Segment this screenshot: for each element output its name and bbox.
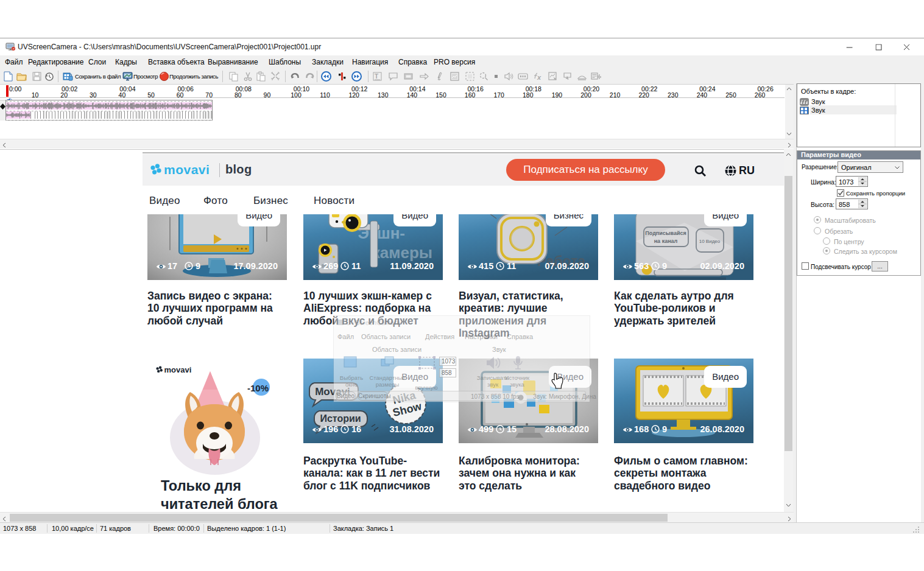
- scroll-left-arrow[interactable]: [1, 514, 9, 522]
- menu-6[interactable]: Шаблоны: [269, 58, 301, 66]
- card-title[interactable]: Запись видео с экрана: 10 лучших програм…: [147, 290, 273, 327]
- scale-radio[interactable]: [814, 216, 821, 223]
- timeline[interactable]: 0:00 00:0200:0400:0600:0800:1000:1200:14…: [0, 85, 794, 149]
- movavi-logo[interactable]: movavi: [149, 161, 219, 178]
- height-input[interactable]: 858: [836, 198, 868, 209]
- cut-icon[interactable]: [243, 71, 253, 82]
- highlight-icon[interactable]: [577, 71, 587, 82]
- menu-0[interactable]: Файл: [5, 58, 23, 66]
- timeline-vertical-scrollbar[interactable]: [785, 85, 794, 139]
- canvas-vertical-scrollbar[interactable]: [784, 150, 793, 512]
- scroll-up-arrow[interactable]: [785, 85, 793, 93]
- menu-10[interactable]: PRO версия: [434, 58, 475, 66]
- insert-image-icon[interactable]: [450, 71, 460, 82]
- menu-5[interactable]: Выравнивание: [208, 58, 258, 66]
- frames-audio-clip[interactable]: [6, 111, 31, 119]
- resolution-dropdown[interactable]: Оригинал: [838, 161, 903, 173]
- open-project-icon[interactable]: [16, 71, 27, 82]
- menu-4[interactable]: Вставка объекта: [148, 58, 205, 66]
- copy-icon[interactable]: [228, 71, 239, 82]
- pan-zoom-icon[interactable]: [548, 71, 558, 82]
- scroll-down-arrow[interactable]: [785, 130, 793, 138]
- scroll-down-arrow[interactable]: [785, 502, 792, 510]
- object-item[interactable]: Звук: [799, 97, 920, 106]
- insert-pen-icon[interactable]: [434, 71, 445, 82]
- subscribe-button[interactable]: Подписаться на рассылку: [506, 159, 665, 181]
- close-button[interactable]: [893, 39, 921, 55]
- maximize-button[interactable]: [865, 39, 893, 55]
- undo-icon[interactable]: [290, 71, 300, 82]
- menu-1[interactable]: Редактирование: [28, 58, 83, 66]
- scrollbar-thumb[interactable]: [785, 176, 792, 451]
- overlay-video-tab[interactable]: Видео: [336, 391, 356, 401]
- save-icon[interactable]: [32, 71, 42, 82]
- card-image[interactable]: Экшн- камеры Видео2691111.09.2020: [303, 214, 443, 280]
- object-item[interactable]: Звук: [799, 106, 920, 114]
- card-image[interactable]: Работа Бизнес4151107.09.2020: [459, 214, 598, 280]
- highlight-cursor-checkbox[interactable]: [802, 262, 809, 270]
- card-title[interactable]: Калибровка монитора: зачем она нужна и к…: [459, 455, 580, 492]
- save-to-file-button[interactable]: Сохранить в файл: [75, 73, 121, 80]
- frames-track[interactable]: [6, 111, 212, 119]
- insert-dot-icon[interactable]: [491, 71, 501, 82]
- select-area-icon[interactable]: [465, 71, 475, 82]
- crop-radio[interactable]: [814, 227, 821, 234]
- follow-cursor-radio[interactable]: [823, 247, 830, 254]
- scrollbar-thumb[interactable]: [10, 514, 668, 522]
- redo-icon[interactable]: [305, 71, 315, 82]
- insert-text-icon[interactable]: T: [372, 71, 383, 82]
- menu-2[interactable]: Слои: [88, 58, 106, 66]
- history-icon[interactable]: [44, 71, 54, 82]
- overlay-height-field[interactable]: 858: [439, 368, 456, 377]
- resize-grip-icon[interactable]: [912, 526, 920, 533]
- menu-3[interactable]: Кадры: [115, 58, 137, 66]
- cursor-effect-icon[interactable]: [562, 71, 573, 82]
- search-icon[interactable]: [694, 164, 707, 178]
- card-0[interactable]: Видео17917.09.2020Запись видео с экрана:…: [147, 214, 287, 354]
- zoom-area-icon[interactable]: [479, 71, 489, 82]
- keep-ratio-checkbox[interactable]: [837, 189, 844, 197]
- track-area[interactable]: [5, 100, 213, 121]
- card-title[interactable]: Раскрутка YouTube- канала: как в 11 лет …: [303, 455, 440, 492]
- frame-cell[interactable]: [209, 111, 212, 119]
- frame-canvas[interactable]: movavi blog Подписаться на рассылку RU В…: [0, 149, 784, 512]
- effects-icon[interactable]: x: [533, 71, 543, 82]
- width-input[interactable]: 1073: [836, 176, 868, 187]
- center-radio[interactable]: [823, 237, 830, 245]
- minimize-button[interactable]: [836, 39, 864, 55]
- insert-sound-icon[interactable]: [504, 71, 514, 82]
- resume-record-button[interactable]: Продолжить запись: [169, 73, 218, 80]
- card-title[interactable]: Фильм о самом главном: секреты монтажа с…: [614, 455, 748, 492]
- go-end-icon[interactable]: [351, 71, 362, 82]
- preview-icon[interactable]: [122, 71, 133, 82]
- card-image[interactable]: Видео168926.08.2020: [614, 359, 753, 443]
- menu-9[interactable]: Справка: [398, 58, 427, 66]
- card-image[interactable]: Видео17917.09.2020: [147, 214, 287, 280]
- timeline-horizontal-scrollbar[interactable]: [0, 139, 794, 149]
- keyframe-icon[interactable]: [337, 71, 347, 82]
- resume-record-icon[interactable]: [159, 71, 169, 82]
- nav-item-3[interactable]: Новости: [314, 195, 354, 207]
- insert-arrow-icon[interactable]: [419, 71, 429, 82]
- new-project-icon[interactable]: [3, 71, 13, 82]
- nav-item-0[interactable]: Видео: [149, 195, 180, 207]
- overlay-width-field[interactable]: 1073: [439, 357, 456, 366]
- cursor-options-button[interactable]: ...: [872, 261, 888, 271]
- menu-7[interactable]: Закладки: [312, 58, 344, 66]
- card-title[interactable]: Как сделать аутро для YouTube-роликов и …: [614, 290, 734, 327]
- nav-item-1[interactable]: Фото: [203, 195, 228, 207]
- go-start-icon[interactable]: [321, 71, 331, 82]
- save-to-file-icon[interactable]: [63, 71, 73, 82]
- paste-icon[interactable]: [256, 71, 266, 82]
- video-sound-icon[interactable]: [591, 71, 601, 82]
- blog-wordmark[interactable]: blog: [225, 163, 252, 177]
- playhead[interactable]: [6, 85, 9, 97]
- delete-icon[interactable]: [270, 71, 281, 82]
- preview-button[interactable]: Просмотр: [133, 73, 158, 80]
- overlay-shots-tab[interactable]: Скриншоты: [358, 391, 388, 401]
- insert-button-icon[interactable]: [518, 71, 528, 82]
- nav-item-2[interactable]: Бизнес: [253, 195, 288, 207]
- scroll-up-arrow[interactable]: [785, 151, 792, 159]
- globe-icon[interactable]: [724, 164, 737, 177]
- card-3[interactable]: Подписывайся на канал 10 Видео Видео5639…: [614, 214, 753, 354]
